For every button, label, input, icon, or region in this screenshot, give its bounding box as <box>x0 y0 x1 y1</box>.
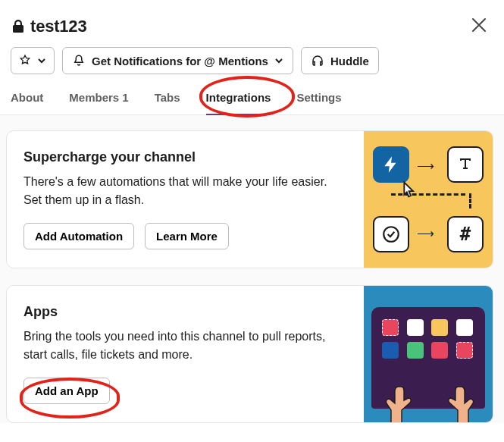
automations-description: There's a few automations that will make… <box>23 173 342 209</box>
learn-more-button[interactable]: Learn More <box>145 223 229 249</box>
headphones-icon <box>311 54 324 67</box>
chevron-down-icon <box>274 55 283 67</box>
svg-point-0 <box>383 227 399 242</box>
add-automation-button[interactable]: Add Automation <box>23 223 134 249</box>
hash-icon: # <box>447 216 484 252</box>
star-icon <box>19 54 31 68</box>
arrow-right-icon: ⟶ <box>417 226 434 240</box>
huddle-label: Huddle <box>330 55 369 67</box>
star-button[interactable] <box>11 47 55 74</box>
apps-card: Apps Bring the tools you need into this … <box>6 285 493 423</box>
apps-illustration <box>364 286 493 422</box>
bolt-icon <box>373 146 409 183</box>
tabs-nav: About Members 1 Tabs Integrations Settin… <box>0 85 504 115</box>
check-circle-icon <box>373 216 409 252</box>
notifications-label: Get Notifications for @ Mentions <box>92 55 268 67</box>
text-tile-icon <box>447 146 484 183</box>
tab-members[interactable]: Members 1 <box>69 85 128 114</box>
apps-title: Apps <box>23 304 347 320</box>
chevron-down-icon <box>37 55 46 67</box>
dashed-connector <box>469 193 471 208</box>
tab-integrations[interactable]: Integrations <box>206 85 271 114</box>
automations-card: Supercharge your channel There's a few a… <box>6 130 493 268</box>
notifications-button[interactable]: Get Notifications for @ Mentions <box>62 47 293 74</box>
automations-title: Supercharge your channel <box>23 149 347 165</box>
close-icon[interactable] <box>468 14 490 39</box>
add-an-app-button[interactable]: Add an App <box>23 378 110 404</box>
tab-settings[interactable]: Settings <box>296 85 341 114</box>
arrow-right-icon: ⟶ <box>417 158 434 173</box>
hand-left-icon <box>382 385 420 423</box>
tab-about[interactable]: About <box>11 85 43 114</box>
hand-right-icon <box>440 385 477 423</box>
channel-title: test123 <box>30 17 86 36</box>
automations-illustration: # ⟶ ⟶ <box>364 131 493 268</box>
cursor-icon <box>397 180 418 204</box>
apps-description: Bring the tools you need into this chann… <box>23 328 342 364</box>
tab-tabs[interactable]: Tabs <box>155 85 180 114</box>
lock-icon <box>11 19 26 34</box>
bell-icon <box>72 54 86 67</box>
huddle-button[interactable]: Huddle <box>301 47 379 74</box>
